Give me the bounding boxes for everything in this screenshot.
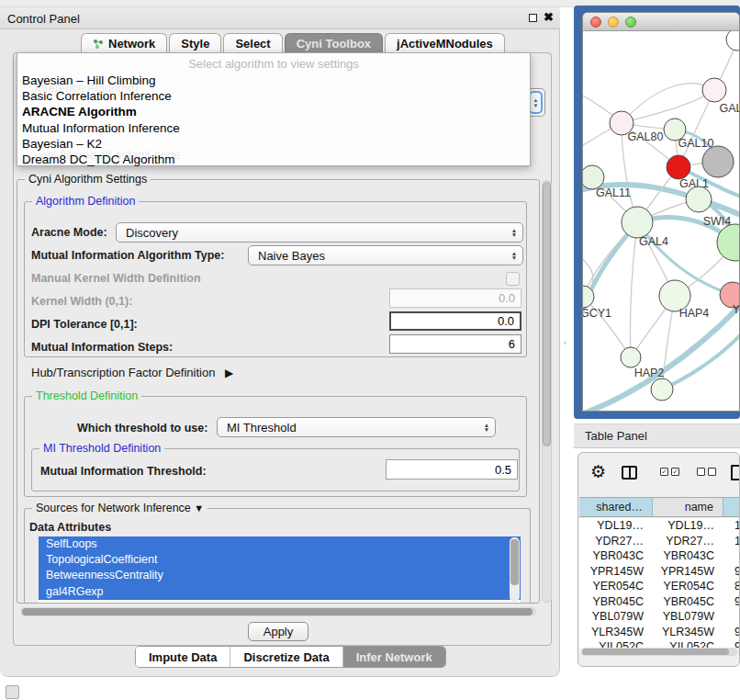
table-cell: YLR345W: [653, 625, 723, 640]
bottom-tab-discretize-data[interactable]: Discretize Data: [230, 647, 342, 667]
dpi-tolerance-field[interactable]: 0.0: [389, 311, 521, 331]
table-row[interactable]: YBR043CYBR043C: [579, 548, 740, 564]
table-row[interactable]: YPR145WYPR145W9.: [579, 564, 740, 580]
table-row[interactable]: YBL079WYBL079W: [579, 609, 740, 625]
hub-definition-label: Hub/Transcription Factor Definition: [31, 366, 215, 379]
network-node[interactable]: [702, 146, 734, 177]
settings-vertical-scrollbar-thumb[interactable]: [543, 182, 551, 446]
attribute-list-item[interactable]: TopologicalCoefficient: [39, 552, 521, 568]
expander-arrow-right-icon[interactable]: ▶: [225, 367, 233, 379]
attribute-list-item[interactable]: gal4RGexp: [39, 584, 521, 600]
close-traffic-light[interactable]: [590, 17, 601, 28]
tab-style[interactable]: Style: [169, 33, 221, 53]
kernel-width-label: Kernel Width (0,1):: [31, 295, 132, 308]
settings-horizontal-scrollbar[interactable]: [20, 607, 536, 616]
mi-steps-field[interactable]: 6: [389, 334, 521, 354]
settings-horizontal-scrollbar-thumb[interactable]: [22, 608, 533, 615]
network-node-gal[interactable]: [702, 78, 726, 102]
network-node-gal4[interactable]: [622, 207, 653, 238]
network-canvas[interactable]: GALGAL80GAL10GAL1GAL11SWI4GAL4GCY1HAP4YH…: [583, 31, 739, 412]
table-horizontal-scrollbar-thumb[interactable]: [582, 649, 729, 655]
network-edge[interactable]: [630, 222, 637, 357]
which-threshold-combobox[interactable]: MI Threshold ▲▼: [217, 417, 496, 437]
algorithm-option[interactable]: ARACNE Algorithm: [17, 104, 530, 119]
combobox-stepper-focused[interactable]: ▲▼: [529, 91, 543, 114]
node-label-gal: GAL: [719, 102, 739, 115]
table-row[interactable]: YDL19…YDL19…13: [579, 518, 740, 534]
network-edge[interactable]: [622, 90, 714, 123]
attributes-list-scrollbar[interactable]: [510, 537, 520, 602]
attribute-list-item[interactable]: BetweennessCentrality: [39, 568, 521, 583]
mi-type-combobox[interactable]: Naive Bayes ▲▼: [248, 245, 523, 265]
algorithm-option[interactable]: Basic Correlation Inference: [17, 88, 530, 104]
tab-label: jActiveMNodules: [397, 37, 493, 51]
network-edge[interactable]: [583, 297, 631, 357]
tab-jactivemnodules[interactable]: jActiveMNodules: [385, 33, 505, 53]
table-row[interactable]: YER054CYER054C8.: [579, 579, 740, 594]
bottom-tab-infer-network[interactable]: Infer Network: [343, 647, 445, 667]
table-cell: YBR045C: [579, 594, 653, 610]
data-attributes-list[interactable]: SelfLoopsTopologicalCoefficientBetweenne…: [39, 536, 521, 603]
select-all-columns-icon[interactable]: ✓✓: [660, 468, 679, 476]
bottom-tab-impute-data[interactable]: Impute Data: [136, 647, 230, 667]
close-icon[interactable]: ✖: [544, 10, 554, 24]
control-panel-titlebar: [0, 7, 560, 29]
network-node[interactable]: [726, 31, 739, 51]
attribute-list-item[interactable]: SelfLoops: [39, 536, 521, 552]
bottom-corner-icon[interactable]: [6, 685, 19, 699]
algorithm-option[interactable]: Bayesian – K2: [17, 136, 530, 152]
network-node-hap2[interactable]: [621, 347, 641, 367]
algorithm-definition-title: Algorithm Definition: [32, 195, 139, 208]
tab-select[interactable]: Select: [223, 33, 282, 53]
attributes-list-scrollbar-thumb[interactable]: [510, 539, 519, 585]
split-columns-icon[interactable]: [622, 466, 637, 480]
tab-network[interactable]: Network: [81, 33, 167, 53]
expander-arrow-down-icon[interactable]: ▼: [194, 502, 204, 514]
apply-button[interactable]: Apply: [248, 622, 308, 641]
table-panel-title: Table Panel: [574, 429, 647, 443]
network-edge[interactable]: [622, 84, 714, 123]
panel-resize-handle[interactable]: ‹: [564, 338, 566, 347]
network-node-swi4[interactable]: [686, 186, 712, 212]
hub-definition-expander[interactable]: Hub/Transcription Factor Definition ▶: [31, 366, 233, 379]
table-row[interactable]: YLR345WYLR345W9.: [579, 625, 740, 640]
table-cell: [723, 548, 740, 564]
mi-type-value: Naive Bayes: [249, 249, 506, 263]
cyni-settings-title: Cyni Algorithm Settings: [25, 173, 151, 186]
node-label-hap4: HAP4: [679, 307, 710, 320]
manual-kernel-label: Manual Kernel Width Definition: [31, 272, 201, 285]
table-cell: YDL19…: [653, 518, 723, 534]
kernel-width-field[interactable]: 0.0: [389, 288, 521, 308]
table-cell: 8.: [723, 579, 740, 594]
network-window-titlebar[interactable]: [583, 13, 739, 31]
settings-vertical-scrollbar[interactable]: [542, 180, 552, 603]
table-horizontal-scrollbar[interactable]: [581, 648, 737, 656]
stepper-arrows-icon: ▲▼: [506, 228, 522, 238]
stepper-arrows-icon: ▲▼: [506, 251, 522, 261]
algorithm-dropdown-popup: Select algorithm to view settings Bayesi…: [17, 52, 531, 166]
table-row[interactable]: YDR27…YDR27…12: [579, 534, 740, 549]
network-node-gal1[interactable]: [667, 155, 690, 179]
deselect-all-columns-icon[interactable]: [697, 468, 716, 476]
algorithm-option[interactable]: Dream8 DC_TDC Algorithm: [17, 152, 530, 167]
manual-kernel-checkbox[interactable]: [506, 272, 520, 286]
minimize-traffic-light[interactable]: [608, 17, 619, 28]
new-table-icon[interactable]: [731, 465, 740, 480]
table-column-header[interactable]: name: [653, 498, 723, 516]
gear-icon[interactable]: ⚙: [590, 461, 606, 482]
zoom-traffic-light[interactable]: [625, 17, 636, 28]
tab-cyni-toolbox[interactable]: Cyni Toolbox: [285, 33, 383, 53]
tab-label: Network: [108, 37, 155, 51]
table-column-header[interactable]: [723, 498, 740, 516]
float-window-icon[interactable]: [529, 14, 537, 22]
table-cell: YBR043C: [579, 548, 653, 564]
network-node[interactable]: [651, 378, 673, 401]
algorithm-option[interactable]: Mutual Information Inference: [17, 120, 530, 136]
algorithm-option[interactable]: Bayesian – Hill Climbing: [17, 73, 530, 88]
table-panel: ⚙ ✓✓ shared…name YDL19…YDL19…13YDR27…YDR…: [577, 452, 740, 667]
table-row[interactable]: YBR045CYBR045C9.: [579, 594, 740, 610]
table-column-header[interactable]: shared…: [579, 498, 653, 516]
dpi-tolerance-label: DPI Tolerance [0,1]:: [31, 318, 138, 331]
mi-threshold-field[interactable]: 0.5: [386, 459, 518, 480]
aracne-mode-combobox[interactable]: Discovery ▲▼: [116, 222, 523, 243]
